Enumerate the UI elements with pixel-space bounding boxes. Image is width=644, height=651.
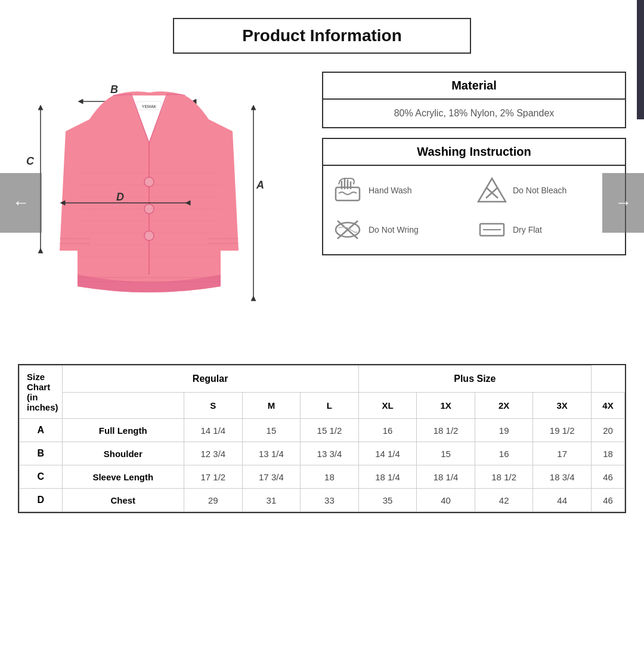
table-row: DChest2931333540424446: [20, 489, 625, 512]
dim-a-arrow: [247, 104, 259, 301]
size-col-m: M: [242, 393, 301, 419]
table-cell: 16: [358, 419, 417, 442]
row-letter-a: A: [20, 419, 63, 442]
no-bleach-label: Do Not Bleach: [513, 186, 566, 195]
table-cell: 15: [417, 442, 475, 465]
nav-right-button[interactable]: →: [602, 173, 644, 233]
table-cell: 46: [591, 489, 624, 512]
nav-left-button[interactable]: ←: [0, 173, 42, 233]
size-col-l: L: [301, 393, 359, 419]
table-cell: 12 3/4: [184, 442, 243, 465]
hand-wash-label: Hand Wash: [369, 186, 412, 195]
table-cell: 19 1/2: [533, 419, 592, 442]
svg-point-4: [144, 177, 154, 187]
table-cell: 44: [533, 489, 592, 512]
table-cell: 15 1/2: [301, 419, 359, 442]
table-cell: 46: [591, 465, 624, 489]
scrollbar[interactable]: [637, 0, 644, 119]
table-cell: 33: [301, 489, 359, 512]
row-name-a: Full Length: [62, 419, 184, 442]
table-cell: 29: [184, 489, 243, 512]
material-content: 80% Acrylic, 18% Nylon, 2% Spandex: [323, 100, 625, 127]
size-col-s: S: [184, 393, 243, 419]
size-table: Size Chart (in inches) Regular Plus Size…: [19, 365, 625, 512]
table-cell: 18 1/4: [417, 465, 475, 489]
table-cell: 35: [358, 489, 417, 512]
table-cell: 14 1/4: [184, 419, 243, 442]
row-name-d: Chest: [62, 489, 184, 512]
dry-flat-icon: [477, 215, 507, 245]
row-letter-c: C: [20, 465, 63, 489]
wash-no-wring: Do Not Wring: [333, 215, 471, 245]
size-col-4x: 4X: [591, 393, 624, 419]
chart-title: Size Chart (in inches): [20, 366, 63, 419]
svg-text:YEMAK: YEMAK: [142, 104, 157, 109]
table-cell: 17 3/4: [242, 465, 301, 489]
wash-no-bleach: Do Not Bleach: [477, 175, 615, 205]
table-cell: 13 1/4: [242, 442, 301, 465]
top-section: B: [18, 72, 626, 346]
dry-flat-label: Dry Flat: [513, 225, 542, 235]
wash-dry-flat: Dry Flat: [477, 215, 615, 245]
material-header: Material: [323, 73, 625, 100]
washing-header: Washing Instruction: [323, 139, 625, 166]
size-col-1x: 1X: [417, 393, 475, 419]
table-row: CSleeve Length17 1/217 3/41818 1/418 1/4…: [20, 465, 625, 489]
no-wring-icon: [333, 215, 363, 245]
svg-point-6: [144, 231, 154, 240]
table-cell: 18: [591, 442, 624, 465]
table-cell: 14 1/4: [358, 442, 417, 465]
size-col-3x: 3X: [533, 393, 592, 419]
table-cell: 18 3/4: [533, 465, 592, 489]
table-cell: 18 1/4: [358, 465, 417, 489]
table-cell: 40: [417, 489, 475, 512]
washing-content: Hand Wash Do Not Bleach: [323, 166, 625, 254]
right-arrow-icon: →: [615, 193, 631, 212]
garment-area: B: [18, 72, 304, 346]
no-wring-label: Do Not Wring: [369, 225, 419, 235]
right-info: Material 80% Acrylic, 18% Nylon, 2% Span…: [322, 72, 626, 255]
page-title: Product Information: [242, 26, 402, 45]
row-name-c: Sleeve Length: [62, 465, 184, 489]
page-wrapper: Product Information B: [0, 0, 644, 531]
table-cell: 16: [475, 442, 533, 465]
wash-hand-wash: Hand Wash: [333, 175, 471, 205]
row-name-b: Shoulder: [62, 442, 184, 465]
table-cell: 18 1/2: [475, 465, 533, 489]
table-cell: 17: [533, 442, 592, 465]
no-bleach-icon: [477, 175, 507, 205]
svg-marker-25: [478, 178, 506, 202]
table-cell: 18: [301, 465, 359, 489]
row-letter-b: B: [20, 442, 63, 465]
size-chart-section: Size Chart (in inches) Regular Plus Size…: [18, 364, 626, 513]
table-cell: 20: [591, 419, 624, 442]
dim-c-label: C: [26, 155, 34, 168]
title-box: Product Information: [173, 18, 471, 54]
table-cell: 31: [242, 489, 301, 512]
table-cell: 19: [475, 419, 533, 442]
size-col-xl: XL: [358, 393, 417, 419]
table-row: AFull Length14 1/41515 1/21618 1/21919 1…: [20, 419, 625, 442]
plus-header: Plus Size: [358, 366, 591, 393]
hand-wash-icon: [333, 175, 363, 205]
table-cell: 15: [242, 419, 301, 442]
table-cell: 13 3/4: [301, 442, 359, 465]
table-cell: 18 1/2: [417, 419, 475, 442]
material-box: Material 80% Acrylic, 18% Nylon, 2% Span…: [322, 72, 626, 128]
left-arrow-icon: ←: [13, 193, 29, 212]
dim-d-arrow: [60, 197, 191, 209]
washing-box: Washing Instruction: [322, 138, 626, 255]
table-cell: 42: [475, 489, 533, 512]
table-cell: 17 1/2: [184, 465, 243, 489]
regular-header: Regular: [62, 366, 358, 393]
size-col-2x: 2X: [475, 393, 533, 419]
table-row: BShoulder12 3/413 1/413 3/414 1/41516171…: [20, 442, 625, 465]
row-letter-d: D: [20, 489, 63, 512]
subheader-letter: [62, 393, 184, 419]
